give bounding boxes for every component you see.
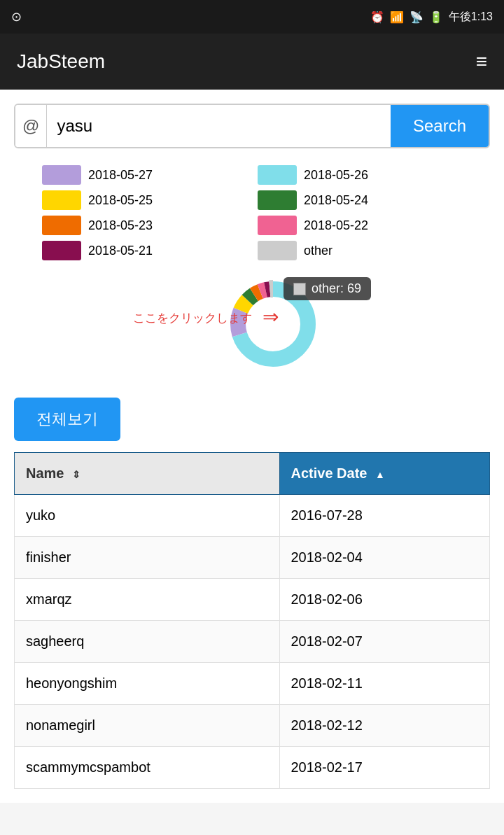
- chart-tooltip: other: 69: [284, 277, 371, 300]
- app-title: JabSteem: [17, 50, 105, 73]
- table-row: scammymcspambot 2018-02-17: [15, 747, 490, 789]
- legend-color-7: [258, 241, 297, 260]
- status-right: ⏰ 📶 📡 🔋 午後1:13: [370, 10, 493, 24]
- battery-icon: 🔋: [429, 10, 443, 24]
- legend-label-6: 2018-05-21: [88, 244, 153, 258]
- legend-item-0: 2018-05-27: [42, 165, 246, 185]
- cell-date-1: 2018-02-04: [279, 537, 490, 579]
- time-display: 午後1:13: [449, 10, 493, 24]
- view-all-button[interactable]: 전체보기: [14, 398, 120, 441]
- cell-date-0: 2016-07-28: [279, 495, 490, 537]
- search-button[interactable]: Search: [391, 105, 489, 147]
- cell-date-5: 2018-02-12: [279, 705, 490, 747]
- chart-area: ここをクリックします ⇒: [14, 272, 490, 384]
- cell-name-3: sagheerq: [15, 621, 280, 663]
- legend-color-3: [258, 190, 297, 210]
- cell-name-0: yuko: [15, 495, 280, 537]
- legend-color-0: [42, 165, 81, 185]
- menu-icon[interactable]: ≡: [476, 50, 487, 73]
- click-hint-text: ここをクリックします: [133, 310, 252, 326]
- column-name-label: Name: [26, 465, 64, 481]
- search-input[interactable]: [47, 105, 391, 147]
- legend-label-2: 2018-05-25: [88, 193, 153, 208]
- table-row: sagheerq 2018-02-07: [15, 621, 490, 663]
- legend-label-0: 2018-05-27: [88, 168, 153, 183]
- cell-date-2: 2018-02-06: [279, 579, 490, 621]
- table-body: yuko 2016-07-28 finisher 2018-02-04 xmar…: [15, 495, 490, 789]
- at-symbol: @: [15, 105, 47, 147]
- cell-date-6: 2018-02-17: [279, 747, 490, 789]
- legend-item-6: 2018-05-21: [42, 241, 246, 260]
- legend-label-4: 2018-05-23: [88, 218, 153, 233]
- data-table: Name ⇕ Active Date ▲ yuko 2016-07-28 fin…: [14, 452, 490, 789]
- legend-item-3: 2018-05-24: [258, 190, 462, 210]
- legend-color-5: [258, 216, 297, 235]
- table-row: heonyongshim 2018-02-11: [15, 663, 490, 705]
- table-row: yuko 2016-07-28: [15, 495, 490, 537]
- legend-color-2: [42, 190, 81, 210]
- legend-label-5: 2018-05-22: [304, 218, 368, 233]
- alarm-icon: ⏰: [370, 10, 384, 24]
- date-sort-icon[interactable]: ▲: [375, 469, 385, 480]
- cell-date-3: 2018-02-07: [279, 621, 490, 663]
- legend-item-1: 2018-05-26: [258, 165, 462, 185]
- legend-color-1: [258, 165, 297, 185]
- table-row: nonamegirl 2018-02-12: [15, 705, 490, 747]
- app-icon: ⊙: [11, 9, 22, 24]
- arrow-icon: ⇒: [262, 305, 279, 328]
- legend-item-7: other: [258, 241, 462, 260]
- app-bar: JabSteem ≡: [0, 34, 504, 90]
- status-bar: ⊙ ⏰ 📶 📡 🔋 午後1:13: [0, 0, 504, 34]
- legend-item-5: 2018-05-22: [258, 216, 462, 235]
- column-date-label: Active Date: [291, 465, 368, 481]
- cell-name-1: finisher: [15, 537, 280, 579]
- legend-label-3: 2018-05-24: [304, 193, 368, 208]
- cell-name-4: heonyongshim: [15, 663, 280, 705]
- cell-date-4: 2018-02-11: [279, 663, 490, 705]
- tooltip-text: other: 69: [312, 281, 361, 296]
- legend-item-4: 2018-05-23: [42, 216, 246, 235]
- legend-label-7: other: [304, 244, 332, 258]
- signal-icon: 📡: [410, 10, 424, 24]
- table-header-row: Name ⇕ Active Date ▲: [15, 453, 490, 495]
- legend-item-2: 2018-05-25: [42, 190, 246, 210]
- cell-name-6: scammymcspambot: [15, 747, 280, 789]
- search-container: @ Search: [14, 104, 490, 148]
- status-left: ⊙: [11, 9, 22, 24]
- table-row: finisher 2018-02-04: [15, 537, 490, 579]
- tooltip-color-box: [293, 283, 306, 295]
- wifi-icon: 📶: [390, 10, 404, 24]
- cell-name-5: nonamegirl: [15, 705, 280, 747]
- legend-color-4: [42, 216, 81, 235]
- column-header-active-date[interactable]: Active Date ▲: [279, 453, 490, 495]
- cell-name-2: xmarqz: [15, 579, 280, 621]
- legend-label-1: 2018-05-26: [304, 168, 368, 183]
- name-sort-icon[interactable]: ⇕: [72, 469, 80, 480]
- legend-color-6: [42, 241, 81, 260]
- chart-legend: 2018-05-27 2018-05-26 2018-05-25 2018-05…: [14, 165, 490, 260]
- table-row: xmarqz 2018-02-06: [15, 579, 490, 621]
- column-header-name[interactable]: Name ⇕: [15, 453, 280, 495]
- main-content: @ Search 2018-05-27 2018-05-26 2018-05-2…: [0, 90, 504, 803]
